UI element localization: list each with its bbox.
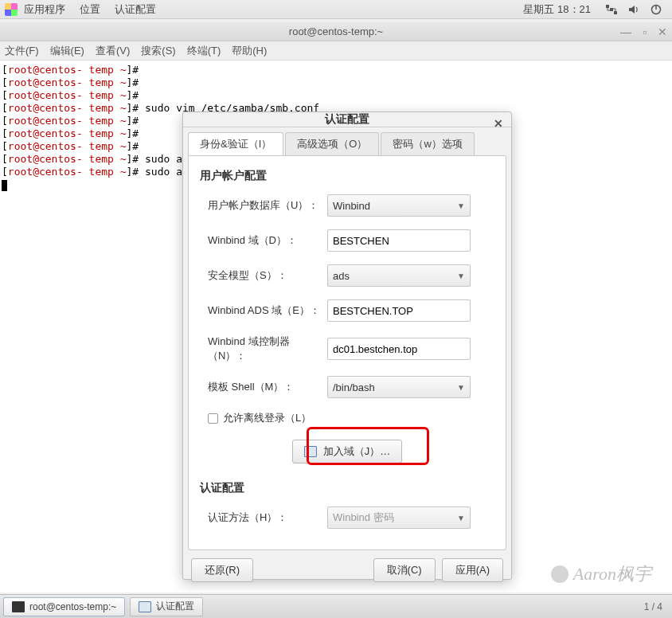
- dialog-tabs: 身份&验证（I） 高级选项（O） 密码（w）选项: [183, 127, 511, 155]
- terminal-menu-edit[interactable]: 编辑(E): [50, 44, 84, 58]
- terminal-prompt: root@centos- temp ~: [8, 89, 127, 101]
- window-minimize-button[interactable]: —: [620, 25, 631, 38]
- chevron-down-icon: ▼: [457, 514, 465, 522]
- computer-icon: [304, 446, 317, 457]
- dialog-button-row: 还原(R) 取消(C) 应用(A): [183, 550, 511, 590]
- label-winbind-dc: Winbind 域控制器（N）：: [200, 334, 327, 363]
- terminal-prompt: root@centos- temp ~: [8, 153, 127, 165]
- checkbox-allow-offline-label: 允许离线登录（L）: [223, 411, 311, 425]
- input-winbind-dc-value[interactable]: [333, 343, 465, 355]
- input-winbind-domain-value[interactable]: [333, 235, 465, 247]
- menu-applications[interactable]: 应用程序: [24, 2, 65, 17]
- select-security-model-value: ads: [333, 270, 350, 282]
- chevron-down-icon: ▼: [457, 272, 465, 280]
- restore-button[interactable]: 还原(R): [191, 558, 253, 582]
- terminal-prompt: root@centos- temp ~: [8, 140, 127, 152]
- dialog-close-button[interactable]: ✕: [494, 117, 503, 130]
- select-user-db-value: Winbind: [333, 200, 370, 212]
- window-close-button[interactable]: ✕: [658, 25, 667, 38]
- join-domain-button[interactable]: 加入域（J）…: [292, 440, 403, 463]
- desktop-top-panel: 应用程序 位置 认证配置 星期五 18：21: [0, 0, 672, 19]
- distro-logo-icon: [5, 3, 18, 16]
- select-template-shell[interactable]: /bin/bash ▼: [327, 376, 471, 398]
- workspace-indicator[interactable]: 1 / 4: [644, 601, 662, 612]
- terminal-prompt: root@centos- temp ~: [8, 76, 127, 88]
- label-template-shell: 模板 Shell（M）：: [200, 380, 327, 394]
- join-domain-label: 加入域（J）…: [323, 444, 391, 459]
- terminal-output: sudo a: [145, 153, 182, 165]
- select-auth-method-value: Winbind 密码: [333, 510, 394, 525]
- terminal-prompt: root@centos- temp ~: [8, 166, 127, 178]
- input-winbind-ads-value[interactable]: [333, 305, 465, 317]
- checkbox-box-icon: [208, 413, 218, 424]
- dialog-title: 认证配置: [325, 112, 369, 127]
- auth-dialog-icon: [139, 601, 151, 612]
- terminal-cursor: [2, 180, 7, 191]
- input-winbind-domain[interactable]: [327, 229, 471, 252]
- watermark: Aaron枫宇: [551, 562, 651, 586]
- chevron-down-icon: ▼: [457, 383, 465, 392]
- terminal-prompt: root@centos- temp ~: [8, 102, 127, 114]
- terminal-prompt: root@centos- temp ~: [8, 64, 127, 76]
- label-winbind-ads: Winbind ADS 域（E）：: [200, 303, 327, 318]
- input-winbind-dc[interactable]: [327, 338, 471, 360]
- chevron-down-icon: ▼: [457, 201, 465, 210]
- tab-advanced[interactable]: 高级选项（O）: [285, 132, 379, 155]
- label-winbind-domain: Winbind 域（D）：: [200, 233, 327, 248]
- terminal-menu-view[interactable]: 查看(V): [96, 44, 130, 58]
- desktop-taskbar: root@centos-temp:~ 认证配置 1 / 4: [0, 594, 672, 618]
- input-winbind-ads[interactable]: [327, 299, 471, 322]
- select-template-shell-value: /bin/bash: [333, 381, 375, 393]
- svg-rect-0: [606, 5, 609, 8]
- section-user-account: 用户帐户配置: [200, 169, 494, 183]
- taskbar-btn-terminal-label: root@centos-temp:~: [29, 601, 116, 612]
- terminal-prompt: root@centos- temp ~: [8, 115, 127, 127]
- network-tray-icon[interactable]: [605, 3, 618, 16]
- menu-places[interactable]: 位置: [80, 2, 100, 17]
- select-user-db[interactable]: Winbind ▼: [327, 194, 471, 217]
- terminal-titlebar[interactable]: root@centos-temp:~ — ▫ ✕: [0, 22, 672, 41]
- window-maximize-button[interactable]: ▫: [643, 25, 647, 38]
- taskbar-btn-auth-config-label: 认证配置: [156, 600, 194, 613]
- terminal-output: sudo a: [145, 166, 182, 178]
- svg-rect-1: [614, 11, 617, 14]
- watermark-text: Aaron枫宇: [573, 562, 651, 586]
- auth-config-dialog: 认证配置 ✕ 身份&验证（I） 高级选项（O） 密码（w）选项 用户帐户配置 用…: [182, 111, 512, 580]
- terminal-menu-help[interactable]: 帮助(H): [232, 44, 267, 58]
- cancel-button[interactable]: 取消(C): [373, 558, 436, 582]
- label-auth-method: 认证方法（H）：: [200, 510, 327, 525]
- checkbox-allow-offline[interactable]: 允许离线登录（L）: [208, 411, 494, 425]
- wechat-icon: [551, 565, 568, 583]
- menu-auth-config[interactable]: 认证配置: [115, 2, 156, 17]
- terminal-menu-terminal[interactable]: 终端(T): [187, 44, 221, 58]
- label-security-model: 安全模型（S）：: [200, 268, 327, 283]
- select-security-model[interactable]: ads ▼: [327, 264, 471, 287]
- select-auth-method: Winbind 密码 ▼: [327, 507, 471, 529]
- taskbar-btn-terminal[interactable]: root@centos-temp:~: [3, 597, 125, 616]
- dialog-titlebar[interactable]: 认证配置 ✕: [183, 112, 511, 127]
- terminal-menu-search[interactable]: 搜索(S): [141, 44, 175, 58]
- tab-identity-panel: 用户帐户配置 用户帐户数据库（U）： Winbind ▼ Winbind 域（D…: [188, 155, 506, 550]
- section-auth: 认证配置: [200, 481, 494, 495]
- tab-passwords[interactable]: 密码（w）选项: [381, 132, 474, 155]
- terminal-title: root@centos-temp:~: [289, 25, 383, 37]
- panel-clock[interactable]: 星期五 18：21: [523, 2, 591, 17]
- terminal-menubar: 文件(F) 编辑(E) 查看(V) 搜索(S) 终端(T) 帮助(H): [0, 41, 672, 61]
- apply-button[interactable]: 应用(A): [442, 558, 503, 582]
- terminal-menu-file[interactable]: 文件(F): [5, 44, 39, 58]
- power-tray-icon[interactable]: [650, 3, 662, 16]
- taskbar-btn-auth-config[interactable]: 认证配置: [130, 597, 203, 616]
- label-user-db: 用户帐户数据库（U）：: [200, 198, 327, 213]
- terminal-prompt: root@centos- temp ~: [8, 127, 127, 139]
- tab-identity[interactable]: 身份&验证（I）: [188, 132, 283, 155]
- terminal-icon: [12, 601, 25, 612]
- volume-tray-icon[interactable]: [627, 3, 640, 16]
